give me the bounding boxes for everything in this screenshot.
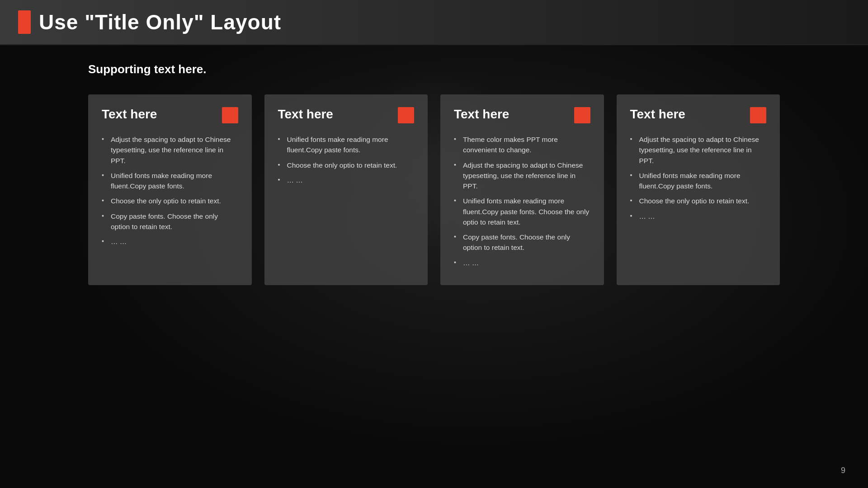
title-bar: Use "Title Only" Layout <box>0 0 868 45</box>
card-3-bullet-3: Unified fonts make reading more fluent.C… <box>454 196 590 227</box>
card-4: Text hereAdjust the spacing to adapt to … <box>617 94 780 285</box>
card-4-bullet-3: Choose the only optio to retain text. <box>630 196 767 206</box>
card-2-header: Text here <box>278 107 415 123</box>
card-4-bullet-2: Unified fonts make reading more fluent.C… <box>630 170 767 192</box>
supporting-text: Supporting text here. <box>0 45 868 85</box>
card-1-content: Adjust the spacing to adapt to Chinese t… <box>102 134 238 247</box>
card-1-bullet-5: … … <box>102 236 238 247</box>
card-3-bullet-1: Theme color makes PPT more convenient to… <box>454 134 590 155</box>
card-1-bullet-3: Choose the only optio to retain text. <box>102 196 238 206</box>
card-4-bullet-4: … … <box>630 211 767 221</box>
card-3: Text hereTheme color makes PPT more conv… <box>440 94 604 285</box>
card-3-title: Text here <box>454 107 509 122</box>
card-4-header: Text here <box>630 107 767 123</box>
card-3-header: Text here <box>454 107 590 123</box>
card-3-bullet-2: Adjust the spacing to adapt to Chinese t… <box>454 160 590 192</box>
card-2-bullet-3: … … <box>278 175 415 185</box>
card-1-bullet-4: Copy paste fonts. Choose the only option… <box>102 211 238 232</box>
card-4-bullet-1: Adjust the spacing to adapt to Chinese t… <box>630 134 767 166</box>
card-2-content: Unified fonts make reading more fluent.C… <box>278 134 415 185</box>
card-3-bullet-4: Copy paste fonts. Choose the only option… <box>454 232 590 253</box>
card-3-bullet-5: … … <box>454 258 590 268</box>
card-2-icon <box>398 107 414 123</box>
card-1-bullet-1: Adjust the spacing to adapt to Chinese t… <box>102 134 238 166</box>
card-1-bullet-2: Unified fonts make reading more fluent.C… <box>102 170 238 192</box>
card-2-bullet-1: Unified fonts make reading more fluent.C… <box>278 134 415 155</box>
card-3-content: Theme color makes PPT more convenient to… <box>454 134 590 268</box>
card-3-icon <box>574 107 590 123</box>
page-title: Use "Title Only" Layout <box>39 10 281 34</box>
card-4-title: Text here <box>630 107 685 122</box>
card-1-header: Text here <box>102 107 238 123</box>
card-1: Text hereAdjust the spacing to adapt to … <box>88 94 252 285</box>
cards-container: Text hereAdjust the spacing to adapt to … <box>0 85 868 303</box>
card-4-icon <box>750 107 766 123</box>
card-2-bullet-2: Choose the only optio to retain text. <box>278 160 415 170</box>
card-2: Text hereUnified fonts make reading more… <box>264 94 428 285</box>
card-2-title: Text here <box>278 107 333 122</box>
card-4-content: Adjust the spacing to adapt to Chinese t… <box>630 134 767 221</box>
title-accent-icon <box>18 10 31 34</box>
page-number: 9 <box>841 466 845 475</box>
card-1-title: Text here <box>102 107 157 122</box>
card-1-icon <box>222 107 238 123</box>
